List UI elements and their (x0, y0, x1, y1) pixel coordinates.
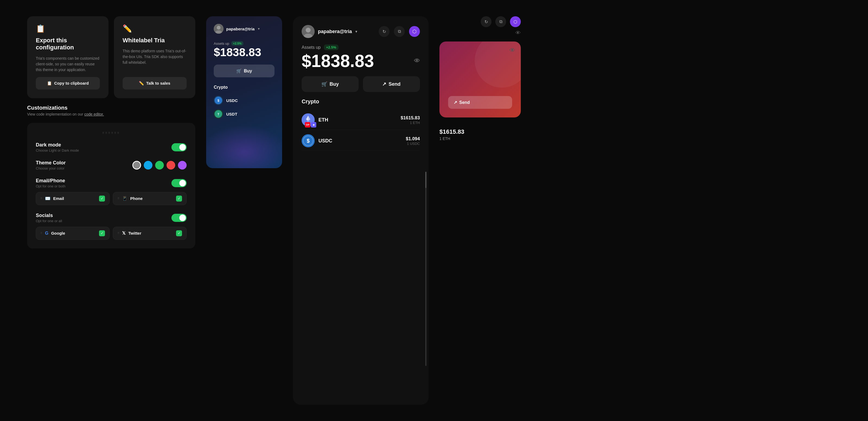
dark-mode-desc: Choose Light or Dark mode (36, 148, 79, 152)
right-tria-icon: ⬡ (514, 19, 517, 24)
wallet-small-card: papabera@tria ▾ Assets up +2.5% $1838.83… (206, 16, 282, 168)
customizations-heading: Customizations View code implementation … (27, 105, 195, 116)
color-swatch-green[interactable] (155, 161, 164, 170)
right-eth-usd: $1615.83 (439, 128, 521, 136)
phone-option[interactable]: ⠿ 📱 Phone ✓ (113, 192, 187, 205)
wallet-main-chevron-icon: ▾ (355, 29, 357, 34)
eth-item: OP ◈ ETH $1615.83 1 ETH (302, 110, 420, 130)
right-action-icons: ↻ ⧉ ⬡ (439, 16, 521, 27)
wallet-small-username: papabera@tria (226, 27, 255, 31)
card-row: 📋 Export this configuration Tria's compo… (27, 16, 195, 98)
right-refresh-button[interactable]: ↻ (480, 16, 492, 27)
wallet-main-amount: $1838.83 (302, 52, 374, 70)
scroll-indicator (425, 172, 426, 366)
phone-checkbox[interactable]: ✓ (176, 196, 182, 202)
right-tria-button[interactable]: ⬡ (510, 16, 521, 27)
op-chain-badge: OP (305, 122, 310, 127)
eth-amount: 1 ETH (401, 121, 420, 125)
buy-icon: 🛒 (236, 68, 242, 73)
twitter-icon: 𝕏 (122, 231, 126, 236)
eth-value: $1615.83 1 ETH (401, 115, 420, 125)
tria-logo-button[interactable]: ⬡ (409, 26, 420, 37)
right-copy-button[interactable]: ⧉ (495, 16, 506, 27)
clipboard-btn-icon: 📋 (47, 81, 52, 86)
copy-button[interactable]: ⧉ (394, 26, 405, 37)
email-phone-desc: Opt for one or both (36, 184, 65, 188)
export-card: 📋 Export this configuration Tria's compo… (27, 16, 108, 98)
svg-text:T: T (218, 113, 219, 116)
send-button[interactable]: ↗ Send (363, 76, 420, 92)
usdc-value: $1.094 1 USDC (406, 136, 420, 146)
dark-mode-label: Dark mode (36, 142, 79, 148)
dark-mode-toggle[interactable] (172, 143, 187, 151)
wallet-top-actions: ↻ ⧉ ⬡ (379, 26, 420, 37)
svg-point-8 (306, 28, 311, 33)
eth-logo: OP ◈ (302, 113, 315, 126)
scroll-thumb[interactable] (425, 172, 426, 188)
twitter-option[interactable]: ⠿ 𝕏 Twitter ✓ (113, 227, 187, 240)
google-option[interactable]: ⠿ G Google ✓ (36, 227, 110, 240)
send-card-button[interactable]: ↗ Send (448, 96, 512, 109)
refresh-button[interactable]: ↻ (379, 26, 390, 37)
eye-slash-icon[interactable]: 👁 (414, 58, 420, 64)
email-phone-toggle[interactable] (172, 179, 187, 187)
wallet-user-info: papabera@tria ▾ (302, 25, 357, 38)
customization-panel: ⠿⠿⠿⠿⠿⠿ Dark mode Choose Light or Dark mo… (27, 123, 195, 248)
code-editor-link[interactable]: code editor. (84, 112, 104, 116)
twitter-checkbox[interactable]: ✓ (176, 230, 182, 236)
wallet-small-header: papabera@tria ▾ (214, 24, 275, 34)
eth-name: ETH (318, 117, 397, 123)
socials-desc: Opt for one or all (36, 219, 62, 223)
pencil-icon: ✏️ (123, 25, 187, 33)
tria-icon: ⬡ (412, 29, 416, 34)
email-checkbox[interactable]: ✓ (99, 196, 105, 202)
buy-button[interactable]: 🛒 Buy (302, 76, 359, 92)
right-panel: ↻ ⧉ ⬡ 👁 👁 ↗ Send $1615.83 1 E (439, 16, 521, 405)
usdc-logo: $ (302, 134, 315, 147)
wallet-top-bar: papabera@tria ▾ ↻ ⧉ ⬡ (302, 25, 420, 38)
email-option[interactable]: ⠿ ✉️ Email ✓ (36, 192, 110, 205)
wallet-small-assets-row: Assets up +2.5% (214, 41, 275, 46)
google-icon: G (45, 231, 48, 236)
wallet-small-chevron-icon: ▾ (258, 27, 259, 31)
color-swatch-purple[interactable] (178, 161, 187, 170)
wallet-main-amount-row: $1838.83 👁 (302, 52, 420, 70)
google-checkbox[interactable]: ✓ (99, 230, 105, 236)
right-eye-icon[interactable]: 👁 (516, 30, 521, 36)
wallet-main-assets-header: Assets up +2.5% (302, 44, 420, 50)
email-icon: ✉️ (45, 196, 51, 201)
socials-toggle[interactable] (172, 214, 187, 222)
socials-options: ⠿ G Google ✓ ⠿ 𝕏 Twitter ✓ (36, 227, 187, 240)
wallet-main-avatar (302, 25, 315, 38)
sales-btn-icon: ✏️ (139, 81, 144, 86)
color-swatches (132, 161, 187, 170)
svg-text:$: $ (307, 138, 310, 144)
email-phone-label: Email/Phone (36, 178, 65, 184)
wallet-main-panel: papabera@tria ▾ ↻ ⧉ ⬡ Assets up +2.5% (293, 16, 429, 405)
right-eye-row: 👁 (439, 30, 521, 36)
usdc-name: USDC (318, 138, 402, 144)
wallet-main-username: papabera@tria (318, 29, 352, 34)
wallet-small-crypto: Crypto $ USDC T (214, 85, 275, 121)
email-phone-section: Email/Phone Opt for one or both ⠿ ✉️ Ema… (36, 178, 187, 205)
usdt-name-small: USDT (226, 112, 237, 116)
email-phone-options: ⠿ ✉️ Email ✓ ⠿ 📱 Phone ✓ (36, 192, 187, 205)
dd-chain-badge: ◈ (311, 122, 316, 127)
wallet-main-badge: +2.5% (324, 44, 338, 50)
color-swatch-teal[interactable] (144, 161, 152, 170)
talk-to-sales-button[interactable]: ✏️ Talk to sales (123, 77, 187, 90)
socials-label: Socials (36, 213, 62, 218)
wallet-main-crypto: Crypto OP ◈ ETH (302, 98, 420, 151)
copy-to-clipboard-button[interactable]: 📋 Copy to clipboard (36, 77, 100, 90)
send-eye-icon[interactable]: 👁 (509, 47, 516, 54)
usdt-logo-small: T (214, 109, 223, 119)
whitelabel-title: Whitelabel Tria (123, 37, 187, 44)
wallet-small-buy-button[interactable]: 🛒 Buy (214, 65, 275, 77)
whitelabel-card: ✏️ Whitelabel Tria This demo platform us… (114, 16, 195, 98)
wallet-small-crypto-title: Crypto (214, 85, 275, 90)
color-swatch-gray[interactable] (132, 161, 141, 170)
right-eth-value: $1615.83 1 ETH (439, 128, 521, 141)
theme-color-desc: Choose your color (36, 166, 66, 170)
right-eth-amount: 1 ETH (439, 137, 521, 141)
color-swatch-red[interactable] (166, 161, 175, 170)
